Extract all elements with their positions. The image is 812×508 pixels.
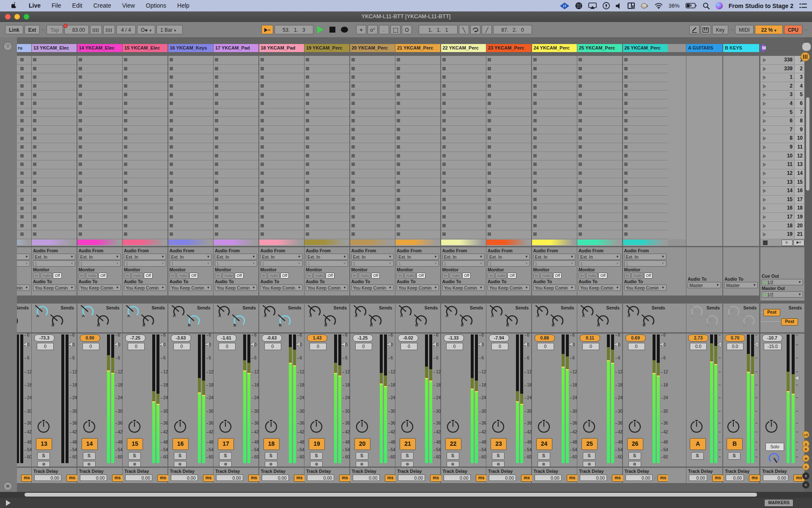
clip-slot[interactable] (17, 196, 31, 204)
solo-button[interactable]: S (174, 452, 187, 460)
clip-slot[interactable] (168, 169, 213, 178)
clip-slot[interactable] (532, 117, 577, 126)
monitor-in-button[interactable]: In (533, 273, 540, 279)
clip-slot[interactable] (77, 178, 122, 187)
clip-slot[interactable] (350, 73, 395, 82)
clip-slot[interactable] (350, 178, 395, 187)
clip-slot[interactable] (486, 73, 531, 82)
output-track-chooser[interactable]: You Keep Comin▼ (17, 284, 30, 291)
send-b-knob[interactable] (278, 315, 292, 330)
arm-button[interactable] (310, 461, 323, 467)
delay-unit-toggle[interactable]: ms (658, 475, 669, 482)
send-a-knob[interactable] (172, 305, 186, 320)
input-type-chooser[interactable]: Ext. In▼ (79, 254, 121, 260)
clip-slot[interactable] (395, 82, 440, 91)
peak-level-display[interactable]: -7.25 (125, 334, 145, 342)
quantization-menu[interactable]: 1 Bar▾ (156, 25, 183, 34)
clip-slot[interactable] (532, 82, 577, 91)
clip-slot[interactable] (168, 178, 213, 187)
computer-midi-keyboard-button[interactable] (701, 25, 711, 34)
solo-button[interactable]: S (538, 452, 550, 460)
scene-play-icon[interactable] (763, 136, 766, 141)
track-delay-value[interactable]: 0.00 (216, 475, 243, 481)
clip-slot[interactable] (623, 187, 668, 196)
pan-knob[interactable] (82, 420, 97, 434)
scene-play-icon[interactable] (763, 84, 766, 88)
clip-slot[interactable] (77, 126, 122, 135)
clip-slot[interactable] (214, 65, 258, 74)
cue-out-chooser[interactable]: 1/2▼ (762, 279, 803, 285)
clip-slot[interactable] (532, 108, 577, 117)
monitor-auto-button[interactable]: Auto (631, 273, 643, 279)
loop-length-display[interactable]: 87. 2. 0 (493, 25, 532, 34)
scene-slot[interactable]: 3392 (760, 65, 804, 74)
clip-slot[interactable] (486, 99, 531, 108)
clip-slot[interactable] (77, 230, 122, 239)
solo-button[interactable]: S (310, 452, 323, 460)
clip-slot[interactable] (259, 117, 304, 126)
clip-slot[interactable] (395, 126, 440, 135)
input-type-chooser[interactable]: Ext. In▼ (533, 254, 576, 260)
clip-slot[interactable] (350, 82, 395, 91)
clip-slot[interactable] (350, 230, 395, 239)
track-header[interactable]: 25 YKCAM_Perc (577, 44, 622, 52)
scene-play-icon[interactable] (763, 128, 766, 132)
delay-unit-toggle[interactable]: ms (430, 475, 442, 482)
arm-button[interactable] (492, 461, 505, 467)
apple-menu-icon[interactable] (6, 2, 23, 9)
clip-slot[interactable] (77, 152, 122, 161)
input-type-chooser[interactable]: Ext. In▼ (488, 254, 530, 260)
clip-slot[interactable] (32, 108, 77, 117)
track-delay-value[interactable]: 0.00 (307, 475, 334, 481)
track-header[interactable]: A GUITARS (686, 44, 722, 52)
clip-slot[interactable] (168, 126, 213, 135)
track-activator-button[interactable]: 16 (173, 438, 189, 450)
send-b-knob[interactable] (551, 315, 565, 330)
send-b-post-toggle[interactable]: Post (781, 318, 798, 326)
clip-slot[interactable] (304, 152, 349, 161)
monitor-auto-button[interactable]: Auto (177, 273, 189, 279)
scene-play-icon[interactable] (763, 206, 766, 210)
monitor-off-button[interactable]: Off (235, 273, 244, 279)
clip-slot[interactable] (486, 187, 531, 196)
send-b-knob[interactable] (96, 315, 110, 330)
wifi-icon[interactable] (655, 3, 663, 9)
track-activator-button[interactable]: 14 (82, 438, 98, 450)
track-delay-value[interactable]: 0.00 (625, 475, 653, 481)
delay-unit-toggle[interactable]: ms (712, 475, 724, 482)
monitor-in-button[interactable]: In (215, 273, 222, 279)
scene-play-icon[interactable] (763, 180, 766, 185)
volume-fader-handle[interactable] (795, 376, 798, 380)
menu-view[interactable]: View (117, 0, 140, 11)
clip-slot[interactable] (395, 99, 440, 108)
scene-slot[interactable]: 1315 (760, 178, 804, 187)
scene-slot[interactable]: 1820 (760, 222, 804, 231)
clip-slot[interactable] (77, 222, 122, 231)
clip-slot[interactable] (77, 213, 122, 222)
clip-slot[interactable] (32, 222, 77, 231)
clip-slot[interactable] (168, 143, 213, 152)
monitor-off-button[interactable]: Off (144, 273, 153, 279)
send-b-knob[interactable] (460, 315, 474, 330)
output-track-chooser[interactable]: You Keep Comin▼ (79, 284, 121, 291)
clip-slot[interactable] (304, 82, 349, 91)
arm-button[interactable] (37, 461, 50, 467)
clip-slot[interactable] (259, 213, 304, 222)
input-channel-chooser[interactable]: 1▼ (261, 260, 303, 267)
send-a-knob[interactable] (126, 305, 140, 320)
output-track-chooser[interactable]: You Keep Comin▼ (533, 284, 576, 291)
clip-slot[interactable] (623, 117, 668, 126)
clip-slot[interactable] (259, 91, 304, 99)
clip-slot[interactable] (395, 91, 440, 99)
clip-slot[interactable] (486, 134, 531, 143)
monitor-in-button[interactable]: In (351, 273, 358, 279)
arm-button[interactable] (265, 461, 277, 467)
mixer-section-toggle-i-o[interactable]: I-O (802, 431, 809, 438)
track-delay-value[interactable]: 0.00 (535, 475, 562, 481)
clip-slot[interactable] (304, 73, 349, 82)
pan-value-box[interactable]: 0 (628, 343, 645, 350)
clip-slot[interactable] (214, 82, 258, 91)
peak-level-display[interactable]: -7.94 (489, 334, 509, 342)
output-track-chooser[interactable]: You Keep Comin▼ (442, 284, 485, 291)
clip-slot[interactable] (395, 222, 440, 231)
